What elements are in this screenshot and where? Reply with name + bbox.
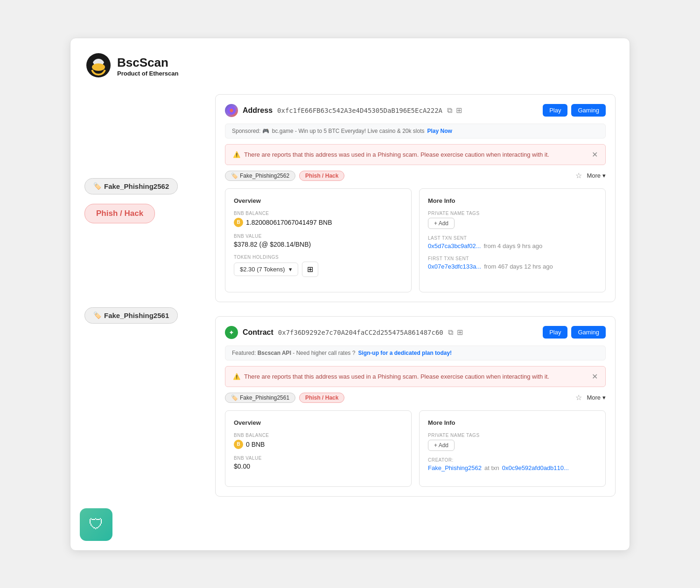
gaming-button-2[interactable]: Gaming bbox=[571, 326, 606, 339]
token-holdings-label-1: TOKEN HOLDINGS bbox=[234, 255, 403, 260]
bscscan-logo-icon bbox=[84, 52, 112, 80]
address-icon-1 bbox=[225, 104, 238, 117]
last-txn-hash-link-1[interactable]: 0x5d7ca3bc9af02... bbox=[428, 242, 481, 249]
first-txn-hash-link-1[interactable]: 0x07e7e3dfc133a... bbox=[428, 263, 481, 270]
info-grid-1: Overview BNB BALANCE B 1.820080617067041… bbox=[225, 188, 606, 292]
token-holdings-field-1: TOKEN HOLDINGS $2.30 (7 Tokens) ▾ ⊞ bbox=[234, 255, 403, 277]
private-name-tags-label-1: PRIVATE NAME TAGS bbox=[428, 211, 597, 216]
bnb-value-field-1: BNB VALUE $378.82 (@ $208.14/BNB) bbox=[234, 234, 403, 248]
warning-bar-left-2: ⚠️ There are reports that this address w… bbox=[233, 373, 549, 380]
warning-close-2[interactable]: ✕ bbox=[592, 372, 598, 381]
last-txn-label-1: LAST TXN SENT bbox=[428, 235, 597, 241]
tag-icon-1: 🏷️ bbox=[93, 182, 101, 190]
bnb-value-value-1: $378.82 (@ $208.14/BNB) bbox=[234, 241, 403, 248]
first-txn-field-1: FIRST TXN SENT 0x07e7e3dfc133a... from 4… bbox=[428, 256, 597, 270]
last-txn-value-1: 0x5d7ca3bc9af02... from 4 days 9 hrs ago bbox=[428, 242, 597, 249]
creator-txn-link-2[interactable]: 0x0c9e592afd0adb110... bbox=[502, 464, 569, 471]
warning-bar-2: ⚠️ There are reports that this address w… bbox=[225, 366, 606, 387]
star-icon-2[interactable]: ☆ bbox=[575, 393, 582, 402]
tags-row-1: 🏷️ Fake_Phishing2562 Phish / Hack ☆ More… bbox=[225, 171, 606, 181]
address-header-2: ✦ Contract 0x7f36D9292e7c70A204faCC2d255… bbox=[225, 326, 606, 339]
bnb-balance-field-2: BNB BALANCE B 0 BNB bbox=[234, 433, 403, 449]
copy-icon-1[interactable]: ⧉ bbox=[447, 106, 452, 115]
bnb-balance-label-2: BNB BALANCE bbox=[234, 433, 403, 438]
bottom-badge[interactable]: 🛡 bbox=[80, 508, 112, 541]
star-icon-1[interactable]: ☆ bbox=[575, 171, 582, 180]
address-buttons-1: Play Gaming bbox=[543, 104, 606, 117]
bnb-value-label-1: BNB VALUE bbox=[234, 234, 403, 239]
sponsored-link-1[interactable]: Play Now bbox=[427, 128, 452, 134]
overview-title-2: Overview bbox=[234, 419, 403, 426]
add-name-tag-button-2[interactable]: + Add bbox=[428, 440, 455, 451]
warning-icon-2: ⚠️ bbox=[233, 373, 240, 380]
logo-text: BscScan Product of Etherscan bbox=[117, 55, 178, 77]
play-button-2[interactable]: Play bbox=[543, 326, 567, 339]
more-info-card-1: More Info PRIVATE NAME TAGS + Add LAST T… bbox=[419, 188, 606, 292]
right-panel: Address 0xfc1fE66FB63c542A3e4D45305DaB19… bbox=[215, 94, 616, 497]
token-row-1: $2.30 (7 Tokens) ▾ ⊞ bbox=[234, 262, 403, 277]
overview-card-1: Overview BNB BALANCE B 1.820080617067041… bbox=[225, 188, 412, 292]
creator-name-link-2[interactable]: Fake_Phishing2562 bbox=[428, 464, 482, 471]
creator-at-2: at txn bbox=[484, 464, 499, 471]
address-copy-icons-1[interactable]: ⧉ ⊞ bbox=[447, 106, 462, 115]
gaming-button-1[interactable]: Gaming bbox=[571, 104, 606, 117]
last-txn-field-1: LAST TXN SENT 0x5d7ca3bc9af02... from 4 … bbox=[428, 235, 597, 249]
play-button-1[interactable]: Play bbox=[543, 104, 567, 117]
sponsored-bar-1: Sponsored: 🎮 bc.game - Win up to 5 BTC E… bbox=[225, 124, 606, 138]
address-copy-icons-2[interactable]: ⧉ ⊞ bbox=[448, 328, 463, 337]
address-header-1: Address 0xfc1fE66FB63c542A3e4D45305DaB19… bbox=[225, 104, 606, 117]
tag-icon-small-1: 🏷️ bbox=[231, 173, 238, 179]
label-phish-hack: Phish / Hack bbox=[84, 204, 155, 223]
tags-right-2: ☆ More ▾ bbox=[575, 393, 606, 402]
chevron-down-icon-2: ▾ bbox=[602, 394, 606, 401]
tag-fake-phishing-1[interactable]: 🏷️ Fake_Phishing2562 bbox=[225, 171, 295, 181]
address-hash-2: 0x7f36D9292e7c70A204faCC2d255475A861487c… bbox=[278, 329, 443, 336]
bnb-circle-icon-1: B bbox=[234, 218, 243, 227]
copy-icon-2[interactable]: ⧉ bbox=[448, 328, 453, 337]
tag-icon-2: 🏷️ bbox=[93, 311, 101, 319]
warning-bar-left-1: ⚠️ There are reports that this address w… bbox=[233, 151, 549, 158]
private-name-tags-label-2: PRIVATE NAME TAGS bbox=[428, 433, 597, 438]
warning-close-1[interactable]: ✕ bbox=[592, 150, 598, 159]
bnb-balance-value-2: B 0 BNB bbox=[234, 440, 403, 449]
token-grid-button-1[interactable]: ⊞ bbox=[302, 262, 318, 277]
address-header-left-1: Address 0xfc1fE66FB63c542A3e4D45305DaB19… bbox=[225, 104, 462, 117]
private-name-tags-field-1: PRIVATE NAME TAGS + Add bbox=[428, 211, 597, 229]
left-labels: 🏷️ Fake_Phishing2562 Phish / Hack 🏷️ Fak… bbox=[84, 94, 206, 497]
bnb-balance-label-1: BNB BALANCE bbox=[234, 211, 403, 216]
first-txn-time-1: from 467 days 12 hrs ago bbox=[484, 263, 553, 270]
bnb-circle-icon-2: B bbox=[234, 440, 243, 449]
first-txn-value-1: 0x07e7e3dfc133a... from 467 days 12 hrs … bbox=[428, 263, 597, 270]
more-info-title-1: More Info bbox=[428, 197, 597, 204]
add-name-tag-button-1[interactable]: + Add bbox=[428, 218, 455, 229]
bnb-balance-value-1: B 1.820080617067041497 BNB bbox=[234, 218, 403, 227]
address-type-label-1: Address bbox=[243, 106, 273, 115]
logo-subtitle: Product of Etherscan bbox=[117, 70, 178, 77]
tags-left-2: 🏷️ Fake_Phishing2561 Phish / Hack bbox=[225, 393, 344, 403]
qr-icon-1[interactable]: ⊞ bbox=[456, 106, 462, 115]
tag-phish-hack-2[interactable]: Phish / Hack bbox=[299, 393, 344, 403]
tag-phish-hack-1[interactable]: Phish / Hack bbox=[299, 171, 344, 181]
label-fake-phishing-1: 🏷️ Fake_Phishing2562 bbox=[84, 178, 178, 194]
address-header-left-2: ✦ Contract 0x7f36D9292e7c70A204faCC2d255… bbox=[225, 326, 463, 339]
label-fake-phishing-2: 🏷️ Fake_Phishing2561 bbox=[84, 307, 178, 324]
featured-link-2[interactable]: Sign-up for a dedicated plan today! bbox=[358, 350, 452, 356]
creator-label-2: CREATOR: bbox=[428, 457, 597, 463]
token-select-1[interactable]: $2.30 (7 Tokens) ▾ bbox=[234, 263, 298, 276]
sponsored-label-1: Sponsored: 🎮 bbox=[232, 128, 269, 134]
qr-icon-2[interactable]: ⊞ bbox=[457, 328, 463, 337]
warning-bar-1: ⚠️ There are reports that this address w… bbox=[225, 144, 606, 165]
bnb-value-value-2: $0.00 bbox=[234, 463, 403, 470]
address-buttons-2: Play Gaming bbox=[543, 326, 606, 339]
tags-right-1: ☆ More ▾ bbox=[575, 171, 606, 180]
svg-point-1 bbox=[92, 63, 105, 71]
tag-fake-phishing-2[interactable]: 🏷️ Fake_Phishing2561 bbox=[225, 393, 295, 403]
token-dropdown-icon: ▾ bbox=[289, 266, 292, 273]
address-hash-1: 0xfc1fE66FB63c542A3e4D45305DaB196E5EcA22… bbox=[277, 107, 442, 114]
more-button-1[interactable]: More ▾ bbox=[587, 172, 606, 179]
more-info-card-2: More Info PRIVATE NAME TAGS + Add CREATO… bbox=[419, 410, 606, 487]
more-button-2[interactable]: More ▾ bbox=[587, 394, 606, 401]
logo-area: BscScan Product of Etherscan bbox=[84, 52, 616, 80]
address-type-label-2: Contract bbox=[243, 328, 273, 337]
more-info-title-2: More Info bbox=[428, 419, 597, 426]
